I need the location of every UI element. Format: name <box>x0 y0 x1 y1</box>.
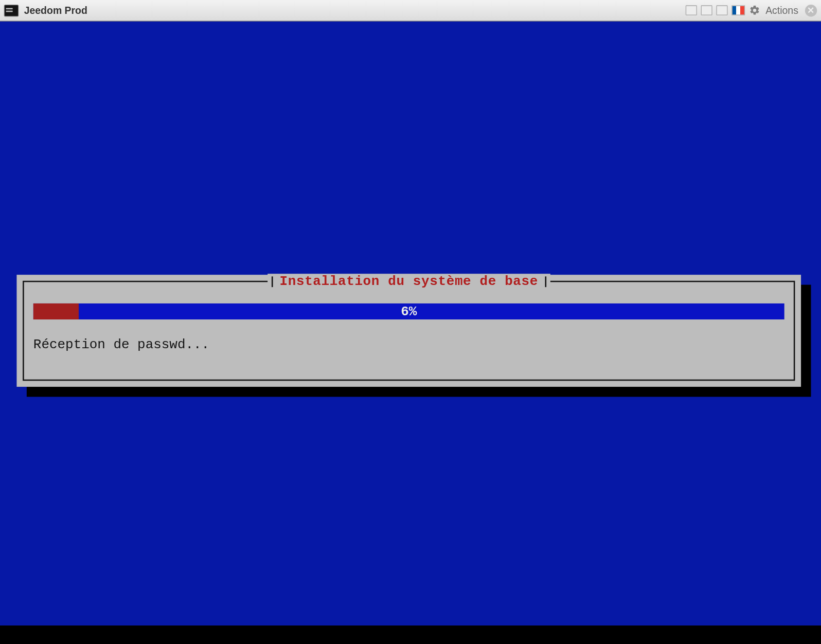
installer-progress-bar: 6% <box>33 303 784 319</box>
window-button-2[interactable] <box>701 5 712 15</box>
installer-dialog: Installation du système de base 6% Récep… <box>16 275 801 387</box>
installer-progress-label: 6% <box>33 303 784 319</box>
flag-fr-icon[interactable] <box>731 5 745 15</box>
actions-menu[interactable]: Actions <box>765 5 798 16</box>
installer-dialog-frame: Installation du système de base 6% Récep… <box>23 281 795 381</box>
window-title: Jeedom Prod <box>24 5 87 16</box>
console-viewport: Installation du système de base 6% Récep… <box>0 21 821 625</box>
gear-icon[interactable] <box>749 5 760 16</box>
installer-dialog-title: Installation du système de base <box>267 274 550 289</box>
bottom-black-bar <box>0 625 821 644</box>
installer-status-text: Réception de passwd... <box>33 337 209 352</box>
window-titlebar: Jeedom Prod Actions ✕ <box>0 0 821 21</box>
window-button-1[interactable] <box>686 5 697 15</box>
window-button-3[interactable] <box>716 5 727 15</box>
close-icon[interactable]: ✕ <box>805 4 817 16</box>
terminal-icon <box>4 4 19 16</box>
